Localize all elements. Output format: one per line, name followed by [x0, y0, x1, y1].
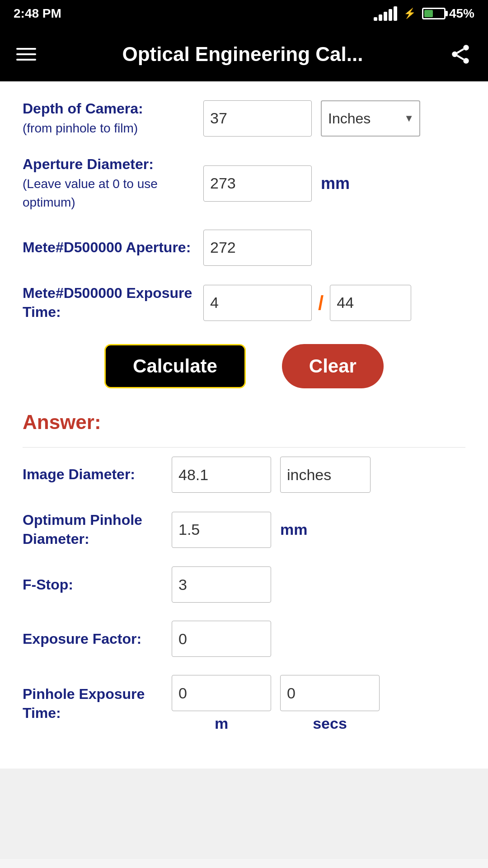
status-time: 2:48 PM [14, 6, 61, 21]
battery-percent: 45% [449, 6, 474, 21]
battery-icon [422, 8, 446, 19]
depth-of-camera-row: Depth of Camera: (from pinhole to film) … [23, 99, 465, 137]
mete-aperture-label: Mete#D500000 Aperture: [23, 238, 194, 257]
svg-point-2 [463, 58, 469, 64]
charging-icon: ⚡ [404, 8, 416, 19]
share-icon[interactable] [449, 43, 472, 66]
optimum-pinhole-label: Optimum Pinhole Diameter: [23, 511, 163, 548]
pinhole-time-minutes-value[interactable] [172, 675, 271, 711]
image-diameter-label: Image Diameter: [23, 465, 163, 484]
fstop-label: F-Stop: [23, 576, 163, 594]
signal-icon [374, 6, 397, 21]
optimum-pinhole-value[interactable] [172, 512, 271, 548]
mete-exposure-time-row: Mete#D500000 Exposure Time: / [23, 284, 465, 321]
image-diameter-row: Image Diameter: inches [23, 457, 465, 493]
buttons-row: Calculate Clear [23, 344, 465, 388]
depth-of-camera-input[interactable] [203, 100, 312, 137]
optimum-pinhole-unit: mm [280, 521, 307, 538]
pinhole-time-minutes-unit: m [215, 715, 228, 732]
app-bar: Optical Engineering Cal... [0, 27, 488, 81]
aperture-diameter-label: Aperture Diameter: (Leave value at 0 to … [23, 155, 194, 212]
exposure-factor-label: Exposure Factor: [23, 630, 163, 649]
aperture-diameter-input[interactable] [203, 165, 312, 202]
fraction-slash: / [318, 292, 324, 314]
unit-select-wrapper: Inches mm cm [321, 100, 420, 137]
svg-line-3 [457, 56, 464, 59]
depth-unit-select[interactable]: Inches mm cm [321, 100, 420, 137]
fstop-value[interactable] [172, 566, 271, 603]
optimum-pinhole-row: Optimum Pinhole Diameter: mm [23, 511, 465, 548]
pinhole-exposure-time-label: Pinhole Exposure Time: [23, 685, 163, 722]
svg-point-0 [463, 45, 469, 51]
app-title: Optical Engineering Cal... [36, 43, 449, 66]
pinhole-time-secs-value[interactable] [280, 675, 380, 711]
exposure-numerator-input[interactable] [203, 285, 312, 321]
status-right: ⚡ 45% [374, 6, 474, 21]
main-content: Depth of Camera: (from pinhole to film) … [0, 81, 488, 769]
mete-exposure-label: Mete#D500000 Exposure Time: [23, 284, 194, 321]
exposure-factor-value[interactable] [172, 621, 271, 657]
svg-point-1 [452, 52, 458, 57]
depth-of-camera-label: Depth of Camera: (from pinhole to film) [23, 99, 194, 137]
divider [23, 447, 465, 448]
menu-icon[interactable] [16, 48, 36, 61]
bottom-area [0, 769, 488, 859]
fraction-container: / [203, 285, 411, 321]
aperture-diameter-row: Aperture Diameter: (Leave value at 0 to … [23, 155, 465, 212]
image-diameter-value[interactable] [172, 457, 271, 493]
status-bar: 2:48 PM ⚡ 45% [0, 0, 488, 27]
clear-button[interactable]: Clear [282, 344, 384, 388]
battery-container: 45% [422, 6, 474, 21]
pinhole-exposure-time-row: Pinhole Exposure Time: m secs [23, 675, 465, 732]
mete-aperture-input[interactable] [203, 230, 312, 266]
svg-line-4 [457, 49, 464, 53]
image-diameter-unit: inches [280, 457, 371, 493]
exposure-factor-row: Exposure Factor: [23, 621, 465, 657]
answer-header: Answer: [23, 411, 465, 434]
pinhole-time-secs-unit: secs [313, 715, 347, 732]
fstop-row: F-Stop: [23, 566, 465, 603]
calculate-button[interactable]: Calculate [104, 344, 246, 388]
mete-aperture-row: Mete#D500000 Aperture: [23, 230, 465, 266]
aperture-unit: mm [321, 174, 357, 193]
exposure-denominator-input[interactable] [330, 285, 411, 321]
